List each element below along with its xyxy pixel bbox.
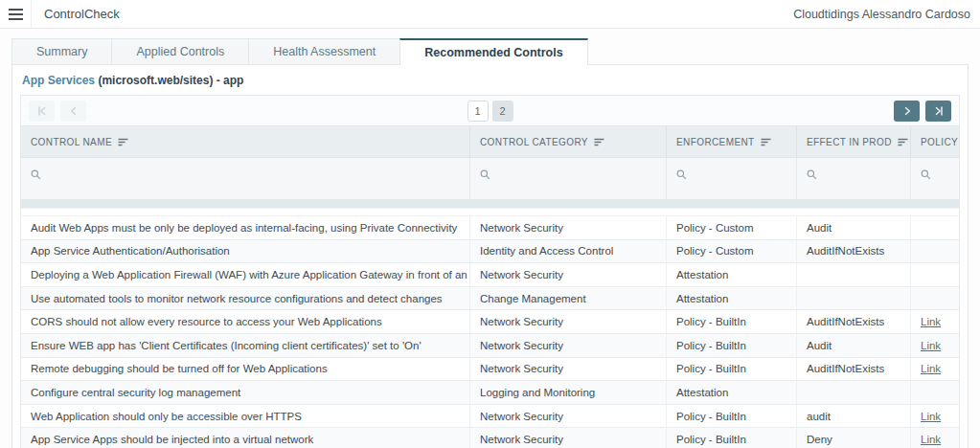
page-button-2[interactable]: 2	[492, 101, 513, 122]
cell-control-category: Network Security	[470, 405, 667, 428]
hamburger-menu-icon[interactable]	[0, 0, 32, 28]
last-page-button[interactable]	[925, 101, 951, 122]
policy-link[interactable]: Link	[921, 363, 941, 374]
table-row: App Service Authentication/Authorisation…	[21, 240, 959, 264]
spacer-row	[21, 209, 959, 216]
cell-effect-in-prod: audit	[797, 405, 911, 428]
cell-effect-in-prod	[797, 263, 911, 286]
sort-icon[interactable]	[594, 138, 604, 146]
cell-control-category: Network Security	[470, 216, 667, 239]
cell-policy-url: Link	[911, 334, 959, 357]
cell-control-name: Deploying a Web Application Firewall (WA…	[21, 263, 470, 286]
table-body: Audit Web Apps must be only be deployed …	[21, 216, 959, 448]
cell-effect-in-prod: Audit	[797, 216, 911, 239]
first-page-button[interactable]	[29, 101, 55, 122]
cell-control-name: Configure central security log managemen…	[21, 381, 470, 404]
group-strip	[21, 200, 959, 209]
resource-title: App Services (microsoft.web/sites) - app	[12, 65, 968, 95]
table-row: Configure central security log managemen…	[21, 381, 959, 405]
sort-icon[interactable]	[898, 138, 908, 146]
top-bar: ControlCheck Cloudtidings Alessandro Car…	[0, 0, 980, 29]
filter-input-effect-in-prod[interactable]	[797, 158, 911, 199]
previous-page-button[interactable]	[60, 101, 86, 122]
search-icon	[807, 167, 817, 183]
cell-policy-url: Link	[911, 405, 959, 428]
cell-enforcement: Attestation	[667, 381, 797, 404]
cell-control-category: Identity and Access Control	[470, 240, 667, 263]
cell-control-name: Remote debugging should be turned off fo…	[21, 358, 470, 381]
column-label: CONTROL NAME	[31, 137, 112, 147]
column-header-effect-in-prod[interactable]: EFFECT IN PROD	[797, 126, 911, 157]
filter-input-control-category[interactable]	[470, 158, 667, 199]
table-filter-row	[21, 158, 959, 200]
table-row: Deploying a Web Application Firewall (WA…	[21, 263, 959, 287]
column-header-control-name[interactable]: CONTROL NAME	[21, 126, 470, 157]
cell-policy-url	[911, 216, 959, 239]
cell-enforcement: Policy - BuiltIn	[667, 428, 797, 448]
controls-grid: 12 CONTROL NAMECONTROL CATEGORYENFORCEME…	[20, 95, 960, 448]
app-title: ControlCheck	[32, 7, 120, 21]
cell-control-name: CORS should not allow every resource to …	[21, 310, 470, 333]
tab-bar: SummaryApplied ControlsHealth Assessment…	[11, 38, 980, 64]
sort-icon[interactable]	[761, 138, 771, 146]
cell-enforcement: Policy - BuiltIn	[667, 310, 797, 333]
tab-health-assessment[interactable]: Health Assessment	[248, 38, 400, 64]
filter-input-policy-url[interactable]	[911, 158, 959, 199]
cell-control-name: App Service Apps should be injected into…	[21, 428, 470, 448]
column-label: EFFECT IN PROD	[807, 137, 892, 147]
next-page-button[interactable]	[894, 101, 920, 122]
previous-page-icon	[68, 105, 80, 117]
cell-policy-url: Link	[911, 310, 959, 333]
column-label: POLICY URL	[921, 137, 959, 147]
cell-control-category: Change Management	[470, 287, 667, 310]
cell-policy-url	[911, 381, 959, 404]
filter-input-enforcement[interactable]	[667, 158, 797, 199]
user-name: Cloudtidings Alessandro Cardoso	[793, 8, 980, 21]
tab-summary[interactable]: Summary	[11, 38, 112, 64]
cell-control-category: Network Security	[470, 334, 667, 357]
cell-policy-url	[911, 287, 959, 310]
cell-effect-in-prod: AuditIfNotExists	[797, 240, 911, 263]
search-icon	[480, 167, 490, 183]
policy-link[interactable]: Link	[921, 411, 941, 422]
cell-enforcement: Policy - BuiltIn	[667, 334, 797, 357]
cell-enforcement: Policy - Custom	[667, 216, 797, 239]
tab-recommended-controls[interactable]: Recommended Controls	[399, 38, 587, 65]
column-header-policy-url[interactable]: POLICY URL	[911, 126, 959, 157]
column-header-enforcement[interactable]: ENFORCEMENT	[667, 126, 797, 157]
table-row: Audit Web Apps must be only be deployed …	[21, 216, 959, 240]
table-header-row: CONTROL NAMECONTROL CATEGORYENFORCEMENTE…	[21, 126, 959, 158]
cell-enforcement: Attestation	[667, 287, 797, 310]
cell-enforcement: Policy - BuiltIn	[667, 405, 797, 428]
sort-icon[interactable]	[118, 138, 128, 146]
column-header-control-category[interactable]: CONTROL CATEGORY	[470, 126, 667, 157]
cell-effect-in-prod	[797, 287, 911, 310]
policy-link[interactable]: Link	[921, 434, 941, 445]
cell-enforcement: Attestation	[667, 263, 797, 286]
policy-link[interactable]: Link	[921, 316, 941, 327]
filter-input-control-name[interactable]	[21, 158, 470, 199]
last-page-icon	[933, 105, 945, 117]
cell-control-category: Network Security	[470, 428, 667, 448]
cell-control-category: Network Security	[470, 263, 667, 286]
cell-control-category: Logging and Monitoring	[470, 381, 667, 404]
table-row: CORS should not allow every resource to …	[21, 310, 959, 334]
cell-policy-url	[911, 263, 959, 286]
cell-control-name: Web Application should only be accessibl…	[21, 405, 470, 428]
policy-link[interactable]: Link	[921, 340, 941, 351]
first-page-icon	[36, 105, 48, 117]
tab-applied-controls[interactable]: Applied Controls	[111, 38, 249, 64]
cell-enforcement: Policy - BuiltIn	[667, 358, 797, 381]
cell-control-name: Use automated tools to monitor network r…	[21, 287, 470, 310]
cell-control-category: Network Security	[470, 358, 667, 381]
search-icon	[921, 167, 931, 183]
cell-control-name: Audit Web Apps must be only be deployed …	[21, 216, 470, 239]
cell-control-category: Network Security	[470, 310, 667, 333]
cell-effect-in-prod: Audit	[797, 334, 911, 357]
cell-policy-url: Link	[911, 358, 959, 381]
cell-effect-in-prod	[797, 381, 911, 404]
cell-control-name: App Service Authentication/Authorisation	[21, 240, 470, 263]
column-label: CONTROL CATEGORY	[480, 137, 588, 147]
page-button-1[interactable]: 1	[467, 101, 489, 122]
resource-name: App Services	[22, 74, 95, 87]
